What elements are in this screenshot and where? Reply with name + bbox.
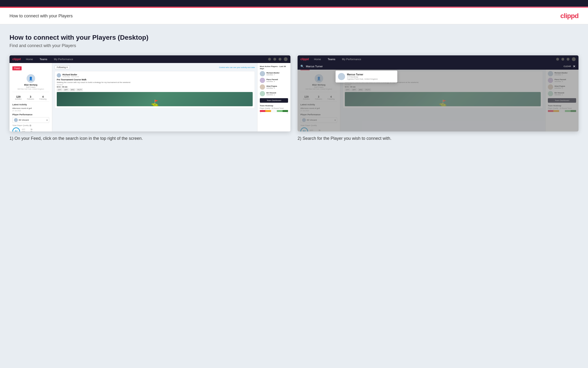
- header: How to connect with your Players clippd: [0, 8, 588, 24]
- latest-activity-value: Afternoon round of golf: [12, 107, 49, 109]
- activity-image: ⛳: [57, 92, 253, 106]
- search-result-item[interactable]: Marcus Turner 1.5 Handicap Cypress Point…: [338, 73, 395, 80]
- heatmap-seg-white: [271, 110, 277, 112]
- profile-name: Blair McHarg: [12, 84, 49, 86]
- heatmap-seg-red: [260, 110, 265, 112]
- app-nav-left: clippd Home Teams My Performance: [9, 55, 290, 63]
- search-result-info: Marcus Turner 1.5 Handicap Cypress Point…: [347, 73, 378, 80]
- following-bar: Following ▾ Control who can see your act…: [55, 65, 255, 69]
- settings-icon-r[interactable]: [567, 58, 570, 61]
- profile-icon-r[interactable]: [562, 58, 564, 61]
- app-logo-left: clippd: [12, 57, 21, 61]
- nav-teams-r[interactable]: Teams: [326, 57, 337, 62]
- screenshot-col-left: clippd Home Teams My Performance: [9, 55, 290, 142]
- activity-user: Richard Butler: [62, 74, 79, 76]
- hero-section: How to connect with your Players (Deskto…: [9, 34, 579, 48]
- player-list-item-2: Piers Parnell Activities: 4: [260, 78, 288, 83]
- screenshot-frame-left: clippd Home Teams My Performance: [9, 55, 290, 131]
- avatar-icon[interactable]: [284, 57, 288, 61]
- player-avatar-sm: [14, 118, 18, 122]
- player-info-3: Hiral Pujara Activities: 3: [266, 85, 277, 89]
- activity-user-info: Richard Butler Yesterday · The Grove: [62, 74, 79, 77]
- tag-arg: ARG: [70, 88, 76, 91]
- app-right-left: Most Active Players - Last 30 days Richa…: [257, 63, 290, 131]
- app-content-left: Feed 👤 Blair McHarg Golf Coach Mill Ride…: [9, 63, 290, 131]
- screenshot-frame-right: clippd Home Teams My Performance 🔍 Marcu…: [298, 55, 579, 131]
- score-section: 84 OTT 79 APP 70: [12, 128, 49, 131]
- activity-tags: OTT APP ARG PUTT: [57, 88, 253, 91]
- profile-stats: 129 Activities 3 Followers 4 Following: [12, 94, 49, 101]
- search-icon[interactable]: [268, 58, 271, 61]
- quality-label: Total Player Quality i: [12, 124, 49, 127]
- activity-location: Yesterday · The Grove: [62, 76, 79, 77]
- player-info-2: Piers Parnell Activities: 4: [266, 78, 278, 82]
- nav-home[interactable]: Home: [25, 57, 34, 62]
- activity-duration-label: Duration: [57, 84, 253, 86]
- profile-club: Mill Ride Golf Club, United Kingdom: [12, 88, 49, 90]
- search-result-club: Cypress Point Club, United Kingdom: [347, 78, 378, 80]
- info-icon: i: [29, 125, 31, 127]
- nav-my-performance-r[interactable]: My Performance: [341, 57, 363, 62]
- heatmap-subtitle: Player Quality - 20 Round Trend: [260, 107, 288, 109]
- search-close-button[interactable]: ✕: [573, 64, 576, 68]
- nav-teams[interactable]: Teams: [38, 57, 49, 62]
- quality-bar-ott: OTT 79: [22, 129, 32, 130]
- player-dropdown[interactable]: Eli Vincent ▾: [12, 117, 49, 123]
- search-icon-r[interactable]: [556, 58, 559, 61]
- nav-home-r[interactable]: Home: [313, 57, 322, 62]
- nav-my-performance[interactable]: My Performance: [53, 57, 75, 62]
- stat-following: 4 Following: [39, 95, 46, 100]
- heatmap-label-max: +5: [286, 112, 288, 114]
- team-dashboard-button[interactable]: Team Dashboard: [260, 98, 288, 103]
- quality-bars: OTT 79 APP 70 ARG: [22, 129, 32, 132]
- player-info-4: Eli Vincent Activities: 1: [266, 92, 276, 96]
- profile-role: Golf Coach: [12, 86, 49, 88]
- footer: Copyright Clippd 2022: [0, 364, 588, 368]
- heatmap-labels: -5 +5: [260, 112, 288, 114]
- search-result-avatar: [338, 73, 345, 80]
- heatmap-seg-darkgreen: [283, 110, 288, 112]
- heatmap-title: Team Heatmap: [260, 105, 288, 107]
- feed-tab[interactable]: Feed: [12, 66, 22, 70]
- app-nav-right: clippd Home Teams My Performance: [298, 55, 579, 63]
- player-performance-label: Player Performance: [12, 113, 49, 116]
- settings-icon[interactable]: [279, 58, 281, 61]
- search-clear-button[interactable]: CLEAR: [563, 65, 571, 67]
- control-link[interactable]: Control who can see your activity and da…: [219, 66, 255, 68]
- score-circle: 84: [12, 128, 20, 131]
- nav-icons-r: [556, 57, 576, 61]
- app-sidebar-left: Feed 👤 Blair McHarg Golf Coach Mill Ride…: [9, 63, 52, 131]
- player-list-item-1: Richard Butler Activities: 7: [260, 71, 288, 76]
- page-title: How to connect with your Players: [9, 14, 73, 18]
- top-bar: [0, 0, 588, 7]
- player-avatar-1: [260, 71, 265, 76]
- chevron-down-icon: ▾: [46, 119, 47, 121]
- profile-icon[interactable]: [273, 58, 276, 61]
- search-input[interactable]: Marcus Turner: [306, 65, 562, 68]
- activity-title: Pre Tournament Course Walk: [57, 78, 253, 81]
- following-button[interactable]: Following ▾: [55, 65, 70, 69]
- tag-ott: OTT: [57, 88, 62, 91]
- player-list-item-4: Eli Vincent Activities: 1: [260, 91, 288, 96]
- activity-desc: Walking the course with my coach to buil…: [57, 81, 253, 83]
- tag-app: APP: [63, 88, 69, 91]
- screenshot-col-right: clippd Home Teams My Performance 🔍 Marcu…: [298, 55, 579, 142]
- heatmap-seg-orange: [265, 110, 271, 112]
- stat-followers: 3 Followers: [27, 95, 34, 100]
- hero-subtitle: Find and connect with your Players: [9, 43, 579, 48]
- profile-avatar: 👤: [26, 74, 35, 83]
- player-avatar-2: [260, 78, 265, 83]
- heatmap-label-min: -5: [260, 112, 261, 114]
- app-logo-right: clippd: [300, 57, 309, 61]
- step-1-description: 1) On your Feed, click on the search ico…: [9, 135, 290, 142]
- search-result-name: Marcus Turner: [347, 73, 378, 76]
- main-content: How to connect with your Players (Deskto…: [0, 24, 588, 364]
- app-main-left: Following ▾ Control who can see your act…: [52, 63, 257, 131]
- hero-title: How to connect with your Players (Deskto…: [9, 34, 579, 41]
- player-avatar-4: [260, 91, 265, 96]
- player-info-1: Richard Butler Activities: 7: [266, 72, 280, 76]
- avatar-icon-r[interactable]: [572, 57, 576, 61]
- search-magnify-icon: 🔍: [300, 65, 304, 68]
- active-players-title: Most Active Players - Last 30 days: [260, 65, 288, 70]
- search-bar: 🔍 Marcus Turner CLEAR ✕: [298, 63, 579, 70]
